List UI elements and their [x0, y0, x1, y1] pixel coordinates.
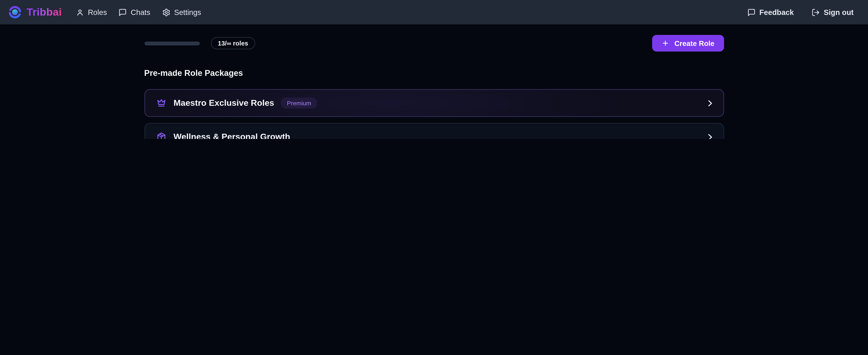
main-nav: Roles Chats	[75, 8, 201, 16]
nav-item-label: Settings	[174, 8, 201, 16]
main-content: 13/∞ roles Create Role Pre-made Role Pac…	[144, 24, 724, 139]
navbar: Tribbai Roles	[0, 0, 868, 24]
package-row-wellness[interactable]: Wellness & Personal Growth	[144, 123, 724, 139]
navbar-left: Tribbai Roles	[8, 5, 201, 19]
roles-count-badge: 13/∞ roles	[211, 37, 255, 49]
chevron-right-icon	[705, 98, 714, 108]
chat-bubble-icon	[119, 8, 127, 16]
sign-out-button[interactable]: Sign out	[811, 8, 854, 16]
premium-badge: Premium	[281, 97, 317, 109]
package-row-maestro[interactable]: Maestro Exclusive Roles Premium	[144, 89, 724, 117]
chat-bubble-icon	[747, 8, 755, 16]
brand-name: Tribbai	[27, 6, 62, 18]
package-title: Wellness & Personal Growth	[174, 132, 290, 139]
user-icon	[75, 8, 84, 16]
package-list: Maestro Exclusive Roles Premium	[144, 89, 724, 139]
sign-out-icon	[811, 8, 820, 16]
nav-item-settings[interactable]: Settings	[162, 8, 201, 16]
chevron-right-icon	[705, 132, 714, 139]
roles-usage-progressbar	[144, 41, 200, 45]
app-root: Tribbai Roles	[0, 0, 868, 139]
feedback-button[interactable]: Feedback	[747, 8, 794, 16]
nav-item-label: Roles	[88, 8, 107, 16]
roles-toolbar: 13/∞ roles Create Role	[144, 35, 724, 52]
nav-item-chats[interactable]: Chats	[119, 8, 150, 16]
brand-logo[interactable]: Tribbai	[8, 5, 62, 19]
gear-icon	[162, 8, 170, 16]
feedback-label: Feedback	[759, 8, 794, 16]
nav-item-label: Chats	[131, 8, 150, 16]
package-icon	[156, 131, 166, 139]
nav-item-roles[interactable]: Roles	[75, 8, 107, 16]
packages-section-title: Pre-made Role Packages	[144, 68, 724, 78]
sign-out-label: Sign out	[824, 8, 854, 16]
navbar-right: Feedback Sign out	[747, 8, 854, 16]
plus-icon	[661, 39, 670, 47]
roles-usage: 13/∞ roles	[144, 37, 255, 49]
create-role-button[interactable]: Create Role	[652, 35, 724, 52]
tribbai-logo-icon	[8, 5, 22, 19]
package-title: Maestro Exclusive Roles	[174, 98, 274, 108]
crown-icon	[156, 98, 166, 108]
create-role-label: Create Role	[674, 39, 714, 47]
